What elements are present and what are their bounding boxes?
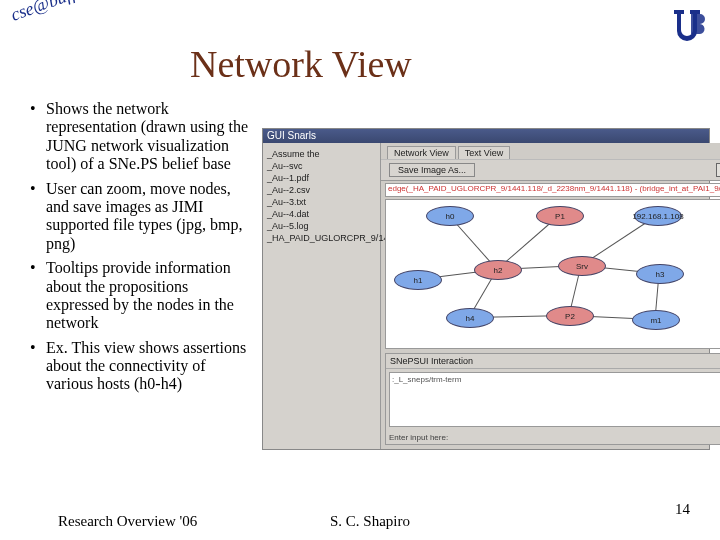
page-number: 14 xyxy=(675,501,690,518)
tab-network-view[interactable]: Network View xyxy=(387,146,456,159)
ub-logo xyxy=(670,8,708,42)
interaction-header: SNePSUI Interaction xyxy=(386,354,720,369)
left-panel-item: _Au--5.log xyxy=(267,221,376,231)
tab-bar: Network View Text View xyxy=(381,143,720,159)
left-panel-item: _Au--1.pdf xyxy=(267,173,376,183)
app-screenshot: GUI Snarls _Assume the _Au--svc _Au--1.p… xyxy=(262,128,710,450)
right-panel: Network View Text View Save Image As... … xyxy=(381,143,720,449)
zoom-out-button[interactable] xyxy=(716,163,720,177)
graph-node[interactable]: h4 xyxy=(446,308,494,328)
graph-node[interactable]: h3 xyxy=(636,264,684,284)
interaction-input-label: Enter input here: xyxy=(386,430,720,444)
graph-node[interactable]: h0 xyxy=(426,206,474,226)
graph-node[interactable]: P1 xyxy=(536,206,584,226)
graph-toolbar: Save Image As... xyxy=(381,159,720,181)
bullet-item: Tooltips provide information about the p… xyxy=(34,259,255,333)
left-panel-item: _Au--3.txt xyxy=(267,197,376,207)
interaction-panel: SNePSUI Interaction :_L_sneps/trm-term E… xyxy=(385,353,720,445)
graph-node[interactable]: h2 xyxy=(474,260,522,280)
network-graph-canvas[interactable]: h0P1192.168.1.108h1h2Srvh3h4P2m1 xyxy=(385,199,720,349)
cse-logo: cse@buffalo xyxy=(8,0,100,26)
graph-node[interactable]: m1 xyxy=(632,310,680,330)
graph-node[interactable]: P2 xyxy=(546,306,594,326)
footer-center: S. C. Shapiro xyxy=(330,513,410,530)
bullet-item: Ex. This view shows assertions about the… xyxy=(34,339,255,394)
graph-node[interactable]: Srv xyxy=(558,256,606,276)
tab-text-view[interactable]: Text View xyxy=(458,146,510,159)
slide-title: Network View xyxy=(190,42,412,86)
left-panel-item: _Au--2.csv xyxy=(267,185,376,195)
left-panel-item: _HA_PAID_UGLORCPR_9/1441.118 xyxy=(267,233,376,243)
selection-path: edge(_HA_PAID_UGLORCPR_9/1441.118/_d_223… xyxy=(385,183,720,197)
bullet-item: User can zoom, move nodes, and save imag… xyxy=(34,180,255,254)
window-titlebar: GUI Snarls xyxy=(263,129,709,143)
left-panel-item: _Au--4.dat xyxy=(267,209,376,219)
left-panel: _Assume the _Au--svc _Au--1.pdf _Au--2.c… xyxy=(263,143,381,449)
save-image-button[interactable]: Save Image As... xyxy=(389,163,475,177)
bullet-list: Shows the network representation (drawn … xyxy=(20,100,255,400)
left-panel-item: _Assume the xyxy=(267,149,376,159)
slide: cse@buffalo Network View Shows the netwo… xyxy=(0,0,720,540)
graph-node[interactable]: 192.168.1.108 xyxy=(634,206,682,226)
bullet-item: Shows the network representation (drawn … xyxy=(34,100,255,174)
left-panel-item: _Au--svc xyxy=(267,161,376,171)
interaction-output: :_L_sneps/trm-term xyxy=(389,372,720,427)
graph-node[interactable]: h1 xyxy=(394,270,442,290)
footer-left: Research Overview '06 xyxy=(58,513,197,530)
